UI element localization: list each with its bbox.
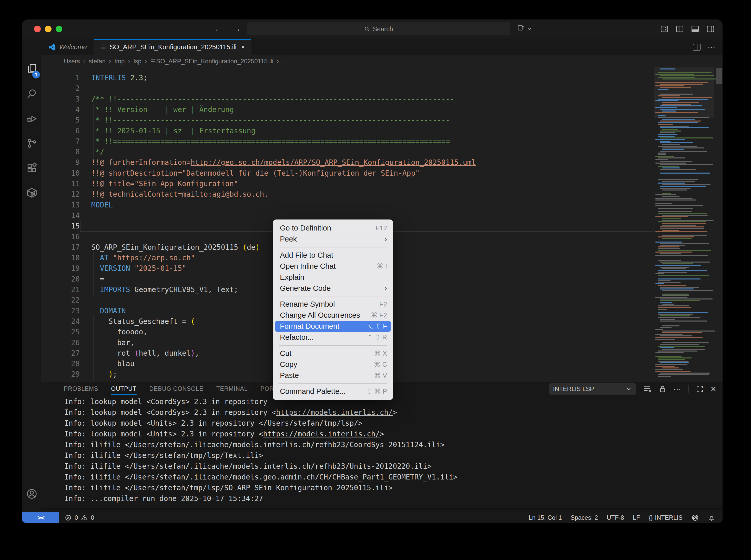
sidebar-item-source-control[interactable]: [22, 134, 41, 153]
toggle-panel-button[interactable]: [690, 24, 700, 34]
menu-item-shortcut: F2: [379, 300, 387, 308]
toggle-primary-sidebar-button[interactable]: [675, 24, 685, 34]
minimap-line: [658, 246, 679, 247]
breadcrumb-item-stefan[interactable]: stefan: [89, 58, 105, 65]
minimap-line: [655, 74, 694, 75]
panel-scrollbar[interactable]: [41, 508, 723, 510]
menu-item-explain[interactable]: Explain: [273, 272, 393, 283]
code-line: IMPORTS GeometryCHLV95_V1, Text;: [91, 284, 238, 295]
language-mode[interactable]: {} INTERLIS: [649, 514, 683, 521]
menu-item-command-palette[interactable]: Command Palette...⇧ ⌘ P: [273, 386, 393, 397]
menu-item-go-to-definition[interactable]: Go to DefinitionF12: [273, 223, 393, 234]
eol-sequence[interactable]: LF: [633, 514, 640, 521]
forward-button[interactable]: →: [231, 24, 242, 34]
menu-item-cut[interactable]: Cut⌘ X: [273, 348, 393, 359]
menu-item-shortcut: ⌘ X: [374, 349, 387, 357]
minimap-line: [658, 157, 685, 158]
tab-welcome[interactable]: Welcome: [41, 39, 94, 55]
traffic-light-zoom-button[interactable]: [56, 26, 62, 32]
cursor-position[interactable]: Ln 15, Col 1: [529, 514, 562, 521]
command-center-search[interactable]: Search: [247, 23, 510, 35]
toggle-secondary-sidebar-icon: [706, 25, 715, 33]
menu-item-paste[interactable]: Paste⌘ V: [273, 370, 393, 381]
output-link[interactable]: https://models.interlis.ch/: [276, 408, 393, 417]
panel-tab-output[interactable]: OUTPUT: [111, 382, 136, 395]
maximize-panel-icon[interactable]: [696, 385, 704, 393]
menu-item-shortcut: ⌃ ⇧ R: [367, 333, 387, 341]
sidebar-item-search[interactable]: [22, 84, 41, 104]
output-link[interactable]: https://models.interlis.ch/: [263, 430, 380, 438]
account-button[interactable]: [22, 484, 41, 504]
problems-status[interactable]: 0 0: [59, 514, 94, 521]
minimap-line: [660, 186, 706, 187]
minimap-line: [658, 115, 666, 116]
minimap[interactable]: [654, 67, 714, 382]
split-editor-icon[interactable]: [693, 44, 701, 51]
minimap-line: [655, 139, 685, 140]
dirty-indicator-icon[interactable]: ●: [242, 44, 245, 50]
menu-item-change-all-occurrences[interactable]: Change All Occurrences⌘ F2: [273, 310, 393, 321]
menu-item-label: Refactor...: [280, 333, 314, 342]
back-button[interactable]: ←: [213, 24, 224, 34]
bottom-panel: PROBLEMSOUTPUTDEBUG CONSOLETERMINALPORTS…: [41, 382, 723, 512]
output-line: Info: ilifile </Users/stefan/tmp/lsp/Tex…: [64, 450, 458, 461]
minimap-line: [662, 238, 692, 239]
indentation[interactable]: Spaces: 2: [571, 514, 598, 521]
menu-item-peek[interactable]: Peek›: [273, 234, 393, 245]
breadcrumb-item-tmp[interactable]: tmp: [114, 58, 125, 65]
encoding[interactable]: UTF-8: [607, 514, 624, 521]
code-line: Status_Geschaeft = (: [91, 316, 195, 327]
minimap-line: [655, 364, 687, 365]
customize-layout-button[interactable]: [659, 24, 669, 34]
editor-scrollbar[interactable]: [716, 68, 722, 84]
line-number: 19: [41, 263, 80, 274]
menu-item-copy[interactable]: Copy⌘ C: [273, 359, 393, 370]
breadcrumb-item-so-arp-sein-konfiguration-20250115-ili[interactable]: ☰SO_ARP_SEin_Konfiguration_20250115.ili: [150, 58, 273, 65]
copilot-status-icon[interactable]: [691, 514, 699, 522]
minimap-line: [660, 300, 700, 301]
minimap-line: [658, 221, 706, 222]
menu-item-refactor[interactable]: Refactor...⌃ ⇧ R: [273, 332, 393, 343]
minimap-line: [662, 167, 680, 168]
traffic-light-close-button[interactable]: [34, 26, 41, 32]
output-channel-select[interactable]: INTERLIS LSP: [549, 383, 636, 395]
panel-tab-terminal[interactable]: TERMINAL: [216, 382, 248, 395]
minimap-line: [662, 225, 696, 226]
minimap-line: [655, 252, 692, 253]
breadcrumb-item-[interactable]: …: [282, 58, 288, 65]
traffic-light-minimize-button[interactable]: [45, 26, 52, 32]
breadcrumb-item-lsp[interactable]: lsp: [134, 58, 141, 65]
remote-indicator[interactable]: ><: [22, 512, 59, 523]
copilot-menu-button[interactable]: ⌄: [517, 24, 532, 32]
minimap-line: [662, 189, 687, 191]
sidebar-item-extensions[interactable]: [22, 158, 41, 178]
minimap-line: [660, 121, 701, 122]
close-panel-icon[interactable]: ✕: [711, 385, 716, 393]
sidebar-item-containers[interactable]: [22, 183, 41, 203]
breadcrumb-item-users[interactable]: Users: [64, 58, 80, 65]
sidebar-item-run-debug[interactable]: [22, 109, 41, 128]
bell-icon[interactable]: [708, 514, 715, 522]
panel-tab-debug-console[interactable]: DEBUG CONSOLE: [149, 382, 204, 395]
toggle-secondary-sidebar-button[interactable]: [706, 24, 715, 34]
line-number: 27: [41, 348, 80, 358]
panel-more-actions-icon[interactable]: ⋯: [674, 385, 682, 394]
menu-item-format-document[interactable]: Format Document⌥ ⇧ F: [275, 321, 391, 332]
panel-tab-problems[interactable]: PROBLEMS: [64, 382, 98, 395]
menu-item-open-inline-chat[interactable]: Open Inline Chat⌘ I: [273, 261, 393, 272]
more-actions-icon[interactable]: ⋯: [708, 43, 716, 52]
tab-so-arp-sein-konfiguration-20250115-ili[interactable]: ☰SO_ARP_SEin_Konfiguration_20250115.ili●: [94, 39, 251, 55]
menu-item-generate-code[interactable]: Generate Code›: [273, 283, 393, 294]
minimap-line: [658, 117, 709, 118]
menu-item-add-file-to-chat[interactable]: Add File to Chat: [273, 250, 393, 261]
sidebar-item-explorer[interactable]: 1: [22, 58, 41, 78]
minimap-line: [662, 331, 715, 332]
titlebar: ← → Search ⌄: [22, 19, 723, 39]
clear-output-icon[interactable]: [643, 385, 652, 393]
minimap-line: [662, 181, 695, 182]
output-log[interactable]: Info: lookup model <CoordSys> 2.3 in rep…: [64, 396, 458, 504]
lock-icon[interactable]: [658, 385, 667, 393]
minimap-line: [658, 122, 698, 123]
menu-item-rename-symbol[interactable]: Rename SymbolF2: [273, 299, 393, 310]
line-number: 1: [41, 73, 80, 83]
